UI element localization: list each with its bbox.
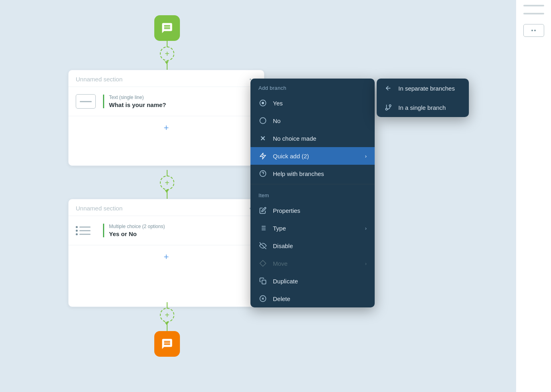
text-input-icon: [76, 94, 96, 109]
question-title-2: Yes or No: [109, 230, 165, 237]
question-row-2: Multiple choice (2 options) Yes or No ··…: [69, 216, 264, 245]
arrow-icon-move: ›: [365, 261, 367, 267]
plus-icon-2: +: [165, 179, 170, 187]
context-menu: Add branch Yes No No choice made: [250, 79, 375, 307]
list-icon: [258, 224, 267, 232]
sub-menu: In separate branches In a single branch: [377, 79, 469, 117]
plus-icon-3: +: [165, 311, 170, 319]
menu-label-type: Type: [273, 225, 359, 232]
radio-icon-no: [258, 116, 267, 125]
question-text-1: Text (single line) What is your name?: [103, 95, 166, 108]
mc-icon: [76, 223, 96, 238]
git-branch-icon: [384, 103, 393, 112]
menu-item-delete[interactable]: Delete: [250, 290, 375, 307]
menu-label-move: Move: [273, 260, 359, 267]
svg-marker-14: [260, 261, 266, 267]
menu-section-item-title: Item: [250, 186, 375, 202]
menu-label-no: No: [273, 117, 367, 124]
plus-icon-1: +: [165, 50, 170, 58]
menu-item-disable[interactable]: Disable: [250, 237, 375, 255]
section-name-1: Unnamed section: [76, 76, 123, 83]
add-item-row-1[interactable]: +: [69, 116, 264, 139]
menu-label-delete: Delete: [273, 295, 367, 302]
arrow-icon-type: ›: [365, 225, 367, 231]
menu-label-no-choice: No choice made: [273, 135, 367, 142]
menu-item-no-choice[interactable]: No choice made: [250, 129, 375, 147]
add-btn-2[interactable]: +: [160, 176, 174, 190]
section-card-2: Unnamed section Multiple choice (2 optio…: [68, 199, 264, 307]
svg-point-1: [262, 102, 264, 104]
sub-label-separate: In separate branches: [398, 85, 455, 92]
arrow-1: [165, 61, 169, 64]
menu-divider-1: [250, 184, 375, 184]
panel-line-1: [523, 5, 544, 6]
right-panel: [516, 0, 551, 392]
menu-label-duplicate: Duplicate: [273, 278, 367, 285]
question-type-1: Text (single line): [109, 95, 166, 100]
panel-btn-1[interactable]: [523, 24, 544, 37]
section-header-2: Unnamed section: [69, 199, 264, 216]
svg-point-22: [385, 108, 388, 110]
menu-label-quick-add: Quick add (2): [273, 153, 359, 160]
svg-point-21: [389, 105, 391, 107]
menu-label-properties: Properties: [273, 207, 367, 214]
question-text-2: Multiple choice (2 options) Yes or No: [103, 224, 165, 237]
copy-icon: [258, 277, 267, 285]
menu-label-help: Help with branches: [273, 170, 367, 177]
sub-label-single: In a single branch: [398, 104, 446, 111]
diamond-icon: [258, 259, 267, 268]
svg-point-2: [260, 118, 266, 124]
menu-item-no[interactable]: No: [250, 112, 375, 129]
section-name-2: Unnamed section: [76, 205, 123, 212]
menu-item-help[interactable]: Help with branches: [250, 165, 375, 182]
add-btn-3[interactable]: +: [160, 308, 174, 322]
x-icon-no-choice: [258, 134, 267, 143]
menu-item-move: Move ›: [250, 255, 375, 272]
section-header-1: Unnamed section: [69, 70, 264, 87]
question-title-1: What is your name?: [109, 101, 166, 108]
eye-off-icon: [258, 241, 267, 250]
svg-rect-15: [262, 280, 266, 284]
menu-label-yes: Yes: [273, 100, 367, 107]
menu-section-branch-title: Add branch: [250, 79, 375, 94]
radio-icon-yes: [258, 99, 267, 107]
start-node[interactable]: [154, 15, 180, 41]
pencil-icon: [258, 206, 267, 215]
panel-line-2: [523, 13, 544, 14]
menu-item-duplicate[interactable]: Duplicate: [250, 272, 375, 290]
sub-menu-item-single[interactable]: In a single branch: [377, 98, 469, 117]
help-icon: [258, 169, 267, 178]
arrow-3: [165, 322, 169, 325]
arrow-left-icon: [384, 84, 393, 93]
end-node[interactable]: [154, 331, 180, 357]
add-item-row-2[interactable]: +: [69, 245, 264, 269]
question-row-1: Text (single line) What is your name?: [69, 87, 264, 116]
flash-icon: [258, 152, 267, 160]
section-card-1: Unnamed section Text (single line) What …: [68, 70, 264, 166]
menu-item-type[interactable]: Type ›: [250, 219, 375, 237]
menu-item-quick-add[interactable]: Quick add (2) ›: [250, 147, 375, 165]
arrow-icon-quick-add: ›: [365, 153, 367, 159]
sub-menu-item-separate[interactable]: In separate branches: [377, 79, 469, 98]
arrow-2: [165, 190, 169, 193]
menu-label-disable: Disable: [273, 242, 367, 249]
question-type-2: Multiple choice (2 options): [109, 224, 165, 229]
menu-item-properties[interactable]: Properties: [250, 202, 375, 219]
x-circle-icon: [258, 294, 267, 303]
menu-item-yes[interactable]: Yes: [250, 94, 375, 112]
add-btn-1[interactable]: +: [160, 46, 174, 61]
